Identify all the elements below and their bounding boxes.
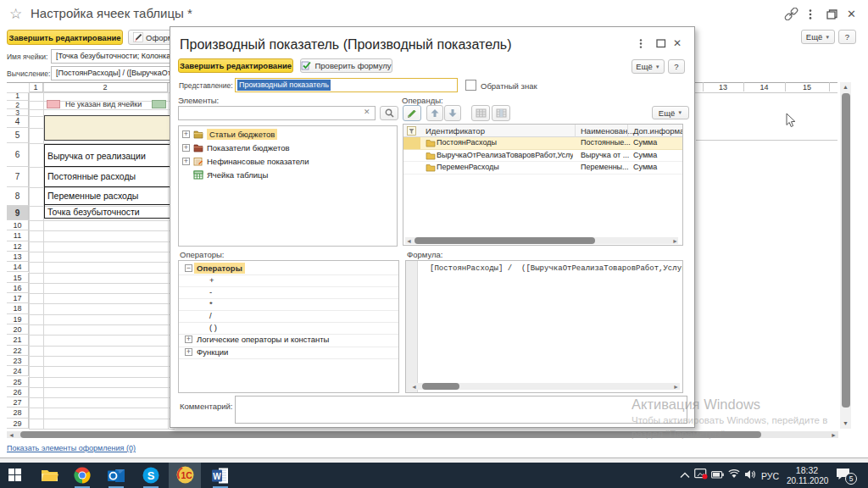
svg-text:1С: 1С (181, 470, 192, 480)
svg-text:S: S (147, 469, 155, 482)
svg-text:W: W (213, 472, 221, 481)
